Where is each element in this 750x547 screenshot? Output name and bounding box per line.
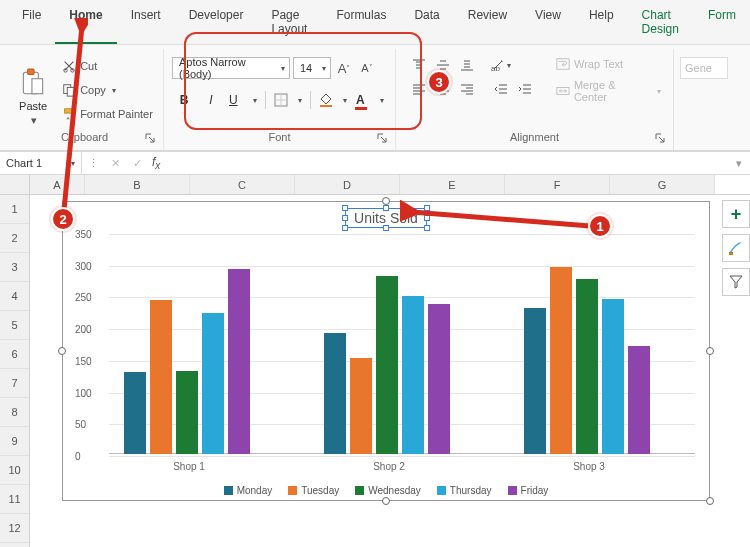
bar[interactable] bbox=[350, 358, 372, 454]
expand-formula-bar-icon[interactable]: ▾ bbox=[728, 157, 750, 170]
legend-item[interactable]: Friday bbox=[508, 485, 549, 496]
bar[interactable] bbox=[176, 371, 198, 454]
bar[interactable] bbox=[628, 346, 650, 454]
bar[interactable] bbox=[376, 276, 398, 454]
column-header[interactable]: C bbox=[190, 175, 295, 194]
fill-color-button[interactable]: ▾ bbox=[316, 89, 350, 111]
bar[interactable] bbox=[124, 372, 146, 454]
chevron-down-icon: ▾ bbox=[31, 114, 37, 127]
legend-swatch bbox=[288, 486, 297, 495]
align-top-button[interactable] bbox=[408, 55, 430, 75]
bold-button[interactable]: B bbox=[172, 89, 196, 111]
wrap-text-button[interactable]: Wrap Text bbox=[550, 55, 667, 73]
row-header[interactable]: 5 bbox=[0, 311, 30, 340]
column-header[interactable]: G bbox=[610, 175, 715, 194]
legend-item[interactable]: Thursday bbox=[437, 485, 492, 496]
resize-handle[interactable] bbox=[382, 197, 390, 205]
row-header[interactable]: 1 bbox=[0, 195, 30, 224]
tab-developer[interactable]: Developer bbox=[175, 4, 258, 44]
fx-icon[interactable]: fx bbox=[148, 155, 164, 171]
orientation-button[interactable]: ab▾ bbox=[490, 55, 512, 75]
resize-handle[interactable] bbox=[382, 497, 390, 505]
svg-rect-2 bbox=[32, 79, 43, 94]
formula-bar-input[interactable] bbox=[164, 152, 728, 174]
italic-button[interactable]: I bbox=[199, 89, 223, 111]
font-name-combo[interactable]: Aptos Narrow (Body) ▾ bbox=[172, 57, 290, 79]
svg-rect-13 bbox=[729, 252, 733, 255]
tab-data[interactable]: Data bbox=[400, 4, 453, 44]
row-header[interactable]: 8 bbox=[0, 398, 30, 427]
enter-formula-icon[interactable]: ✓ bbox=[126, 157, 148, 170]
legend-item[interactable]: Wednesday bbox=[355, 485, 421, 496]
y-tick: 100 bbox=[75, 387, 92, 398]
column-header[interactable]: D bbox=[295, 175, 400, 194]
name-box-value: Chart 1 bbox=[6, 157, 42, 169]
general-format-combo[interactable]: Gene bbox=[680, 57, 728, 79]
legend-item[interactable]: Tuesday bbox=[288, 485, 339, 496]
bar[interactable] bbox=[602, 299, 624, 454]
row-header[interactable]: 3 bbox=[0, 253, 30, 282]
merge-center-button[interactable]: Merge & Center ▾ bbox=[550, 77, 667, 105]
resize-handle[interactable] bbox=[706, 347, 714, 355]
increase-font-button[interactable]: A˄ bbox=[334, 58, 354, 78]
underline-button[interactable]: U▾ bbox=[226, 89, 260, 111]
column-header[interactable]: B bbox=[85, 175, 190, 194]
row-header[interactable]: 6 bbox=[0, 340, 30, 369]
font-color-button[interactable]: A▾ bbox=[353, 89, 387, 111]
bar[interactable] bbox=[550, 267, 572, 454]
column-header[interactable]: F bbox=[505, 175, 610, 194]
align-bottom-button[interactable] bbox=[456, 55, 478, 75]
tab-form[interactable]: Form bbox=[694, 4, 750, 44]
legend-item[interactable]: Monday bbox=[224, 485, 273, 496]
font-name-value: Aptos Narrow (Body) bbox=[179, 56, 279, 80]
tab-view[interactable]: View bbox=[521, 4, 575, 44]
paste-button[interactable]: Paste ▾ bbox=[12, 51, 54, 127]
resize-handle[interactable] bbox=[706, 497, 714, 505]
chart-elements-button[interactable]: + bbox=[722, 200, 750, 228]
borders-button[interactable]: ▾ bbox=[271, 89, 305, 111]
bar[interactable] bbox=[228, 269, 250, 454]
y-tick: 150 bbox=[75, 355, 92, 366]
resize-handle[interactable] bbox=[58, 347, 66, 355]
decrease-font-button[interactable]: A˅ bbox=[357, 58, 377, 78]
row-header[interactable]: 7 bbox=[0, 369, 30, 398]
bar[interactable] bbox=[202, 313, 224, 454]
tab-review[interactable]: Review bbox=[454, 4, 521, 44]
tab-insert[interactable]: Insert bbox=[117, 4, 175, 44]
bar[interactable] bbox=[150, 300, 172, 454]
chart-filters-button[interactable] bbox=[722, 268, 750, 296]
bar[interactable] bbox=[324, 333, 346, 454]
dialog-launcher-icon[interactable] bbox=[145, 133, 155, 143]
bar[interactable] bbox=[428, 304, 450, 454]
row-header[interactable]: 11 bbox=[0, 485, 30, 514]
align-right-button[interactable] bbox=[456, 79, 478, 99]
chevron-down-icon: ▾ bbox=[112, 86, 116, 95]
tab-chart-design[interactable]: Chart Design bbox=[628, 4, 694, 44]
dialog-launcher-icon[interactable] bbox=[377, 133, 387, 143]
row-header[interactable]: 4 bbox=[0, 282, 30, 311]
row-header[interactable]: 2 bbox=[0, 224, 30, 253]
select-all-corner[interactable] bbox=[0, 175, 30, 194]
tab-file[interactable]: File bbox=[8, 4, 55, 44]
increase-indent-button[interactable] bbox=[514, 79, 536, 99]
column-header[interactable]: E bbox=[400, 175, 505, 194]
dialog-launcher-icon[interactable] bbox=[655, 133, 665, 143]
row-header[interactable]: 9 bbox=[0, 427, 30, 456]
row-header[interactable]: 12 bbox=[0, 514, 30, 543]
bar[interactable] bbox=[524, 308, 546, 454]
bar[interactable] bbox=[402, 296, 424, 454]
x-category-label: Shop 1 bbox=[173, 461, 205, 472]
chart-styles-button[interactable] bbox=[722, 234, 750, 262]
tab-formulas[interactable]: Formulas bbox=[322, 4, 400, 44]
font-size-combo[interactable]: 14 ▾ bbox=[293, 57, 331, 79]
tab-help[interactable]: Help bbox=[575, 4, 628, 44]
row-header[interactable]: 10 bbox=[0, 456, 30, 485]
chart-object[interactable]: Units Sold 050100150200250300350Shop 1Sh… bbox=[62, 201, 710, 501]
row-header[interactable] bbox=[0, 543, 30, 547]
tab-page-layout[interactable]: Page Layout bbox=[257, 4, 322, 44]
cancel-formula-icon[interactable]: ✕ bbox=[104, 157, 126, 170]
decrease-indent-button[interactable] bbox=[490, 79, 512, 99]
bar[interactable] bbox=[576, 279, 598, 454]
funnel-icon bbox=[728, 274, 744, 290]
x-category-label: Shop 2 bbox=[373, 461, 405, 472]
